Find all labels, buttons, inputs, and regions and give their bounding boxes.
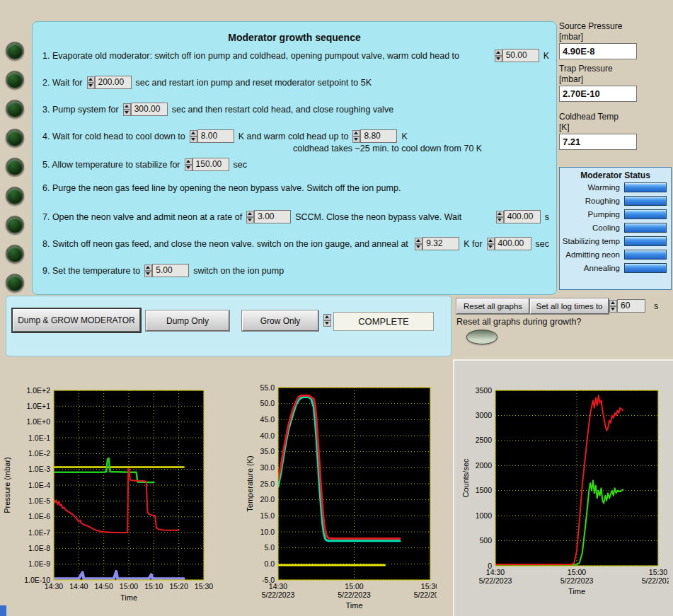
spinner-up-icon[interactable] [496, 211, 504, 217]
spinner-up-icon[interactable] [487, 238, 495, 244]
step-4-note: coldhead takes ~25 min. to cool down fro… [293, 144, 482, 153]
step-2-wait-input[interactable]: 200.00 [87, 76, 132, 89]
spinner-up-icon[interactable] [190, 130, 197, 136]
step-1-value[interactable]: 50.00 [502, 49, 539, 62]
grow-only-button[interactable]: Grow Only [242, 310, 318, 331]
spinner-down-icon[interactable] [496, 217, 504, 223]
svg-text:3500: 3500 [476, 386, 493, 395]
reset-during-growth-toggle[interactable] [466, 330, 497, 344]
log-time-spinner[interactable]: 60 [609, 299, 645, 313]
spinner-down-icon[interactable] [185, 165, 192, 171]
reset-during-growth-label: Reset all graphs during growth? [456, 317, 582, 327]
spinner-down-icon[interactable] [123, 110, 131, 116]
svg-text:1.0E+2: 1.0E+2 [26, 386, 50, 395]
spinner-down-icon[interactable] [495, 56, 502, 62]
step-9-value[interactable]: 5.00 [152, 264, 189, 277]
spinner-up-icon[interactable] [495, 50, 502, 56]
spinner-arrows[interactable] [487, 238, 495, 250]
svg-text:5/22/2023: 5/22/2023 [642, 576, 669, 585]
state-ring-spinner[interactable] [323, 314, 331, 327]
spinner-down-icon[interactable] [415, 244, 422, 250]
spinner-up-icon[interactable] [87, 76, 95, 83]
step-1-temp-input[interactable]: 50.00 [495, 49, 539, 62]
status-row-admitting-neon: Admitting neon [560, 248, 671, 261]
spinner-up-icon[interactable] [144, 265, 152, 271]
svg-text:55.0: 55.0 [260, 383, 275, 392]
led-indicator [6, 187, 24, 205]
svg-text:15:30: 15:30 [649, 568, 667, 576]
state-indicator[interactable]: COMPLETE [333, 312, 434, 331]
step-7-value2[interactable]: 400.00 [504, 210, 541, 223]
spinner-up-icon[interactable] [609, 300, 617, 306]
step-9-setpoint-input[interactable]: 5.00 [144, 264, 189, 277]
spinner-arrows[interactable] [495, 50, 502, 62]
svg-text:1.0E-6: 1.0E-6 [28, 512, 50, 521]
spinner-down-icon[interactable] [190, 136, 197, 143]
step-4-warm-input[interactable]: 8.80 [352, 129, 397, 143]
log-time-value[interactable]: 60 [617, 299, 645, 313]
svg-text:10.0: 10.0 [260, 528, 275, 536]
status-row-warming: Warming [560, 180, 671, 194]
step-4-cool-input[interactable]: 8.00 [190, 129, 234, 143]
svg-text:5/22/2023: 5/22/2023 [479, 576, 512, 585]
step-7-rate-input[interactable]: 3.00 [246, 210, 291, 223]
spinner-arrows[interactable] [415, 238, 422, 250]
step-5-stabilize-input[interactable]: 150.00 [185, 158, 229, 171]
step-7-unit: s [545, 212, 549, 222]
spinner-up-icon[interactable] [246, 211, 254, 217]
set-log-times-button[interactable]: Set all log times to [530, 298, 609, 314]
spinner-arrows[interactable] [609, 300, 617, 313]
status-row-pumping: Pumping [560, 207, 671, 221]
step-8-value[interactable]: 9.32 [422, 237, 459, 250]
spinner-up-icon[interactable] [185, 158, 192, 165]
spinner-arrows[interactable] [123, 103, 131, 116]
svg-text:1500: 1500 [476, 486, 493, 494]
spinner-down-icon[interactable] [609, 306, 617, 313]
spinner-down-icon[interactable] [352, 136, 360, 143]
step-4-value[interactable]: 8.00 [197, 129, 234, 143]
step-6: 6. Purge the neon gas feed line by openi… [42, 183, 549, 193]
spinner-arrows[interactable] [144, 265, 152, 277]
step-5-text: 5. Allow temperature to stabilize for [42, 160, 180, 170]
dump-only-button[interactable]: Dump Only [146, 310, 229, 331]
spinner-arrows[interactable] [496, 211, 504, 223]
spinner-arrows[interactable] [246, 211, 254, 223]
reset-all-graphs-button[interactable]: Reset all graphs [456, 298, 529, 314]
spinner-up-icon[interactable] [352, 130, 360, 136]
coldhead-temp-value: 7.21 [560, 136, 580, 147]
spinner-up-icon[interactable] [415, 238, 422, 244]
step-1-unit: K [543, 51, 549, 61]
spinner-down-icon[interactable] [246, 217, 254, 223]
spinner-down-icon[interactable] [487, 244, 495, 250]
spinner-arrows[interactable] [323, 314, 331, 327]
warming-progress-bar [624, 182, 667, 192]
spinner-arrows[interactable] [352, 130, 360, 143]
svg-text:5/22/2023: 5/22/2023 [414, 591, 437, 599]
spinner-up-icon[interactable] [323, 314, 331, 320]
led-indicator [6, 71, 24, 89]
step-4-value2[interactable]: 8.80 [360, 129, 397, 143]
spinner-arrows[interactable] [185, 158, 192, 171]
step-5-value[interactable]: 150.00 [192, 158, 229, 171]
svg-text:14:40: 14:40 [69, 582, 88, 591]
spinner-up-icon[interactable] [123, 103, 131, 110]
spinner-arrows[interactable] [87, 76, 95, 89]
step-8-time-input[interactable]: 400.00 [487, 237, 531, 250]
spinner-arrows[interactable] [190, 130, 197, 143]
dump-and-grow-button[interactable]: Dump & GROW MODERATOR [13, 309, 140, 332]
trap-pressure-value: 2.70E-10 [560, 88, 600, 99]
step-7-wait-input[interactable]: 400.00 [496, 210, 541, 223]
spinner-down-icon[interactable] [87, 83, 95, 89]
svg-text:5/22/2023: 5/22/2023 [262, 591, 295, 599]
step-8-anneal-input[interactable]: 9.32 [415, 237, 459, 250]
spinner-down-icon[interactable] [144, 271, 152, 277]
step-3-pump-input[interactable]: 300.00 [123, 103, 168, 116]
scrollbar-fragment[interactable] [0, 605, 6, 616]
step-2-value[interactable]: 200.00 [95, 76, 132, 89]
spinner-down-icon[interactable] [323, 320, 331, 327]
step-3-value[interactable]: 300.00 [131, 103, 168, 116]
step-7-value[interactable]: 3.00 [254, 210, 291, 223]
step-1: 1. Evaporate old moderator: switch off i… [42, 49, 549, 62]
step-8-value2[interactable]: 400.00 [495, 237, 531, 250]
svg-text:15:30: 15:30 [421, 582, 437, 591]
